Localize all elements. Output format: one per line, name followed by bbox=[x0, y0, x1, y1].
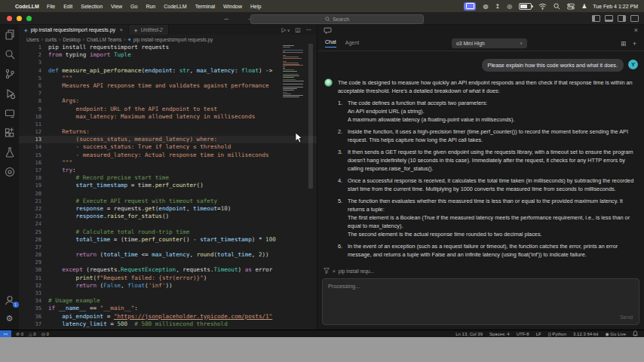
editor-actions: ▷ ∨ ◫ ⋯ bbox=[282, 24, 317, 35]
codellm-circle-icon[interactable] bbox=[4, 166, 16, 178]
test-beaker-icon[interactable] bbox=[4, 146, 16, 158]
minimap[interactable] bbox=[281, 44, 307, 98]
run-debug-icon[interactable] bbox=[4, 87, 16, 100]
breadcrumb[interactable]: Users›curtis›Desktop›ChatLLM Teams›◈pip … bbox=[19, 35, 317, 44]
status-item-spaces-4[interactable]: Spaces: 4 bbox=[489, 332, 510, 336]
code-text: Measures API response time and validates… bbox=[48, 82, 269, 90]
more-actions-icon[interactable]: ⋯ bbox=[306, 26, 312, 33]
status-item-utf-8[interactable]: UTF-8 bbox=[517, 332, 529, 336]
notifications-bell-icon[interactable] bbox=[633, 330, 638, 337]
line-number: 28 bbox=[19, 251, 48, 259]
remove-attachment-icon[interactable]: × bbox=[333, 268, 336, 274]
menu-item-selection[interactable]: Selection bbox=[81, 4, 103, 9]
chat-messages: Please explain how this code works and w… bbox=[317, 51, 644, 260]
minimap-line bbox=[283, 87, 303, 87]
status-item-3-12-3-64-bit[interactable]: 3.12.3 64-bit bbox=[573, 332, 598, 336]
status-item-python[interactable]: {} Python bbox=[548, 332, 566, 336]
search-icon[interactable] bbox=[4, 48, 16, 60]
menu-item-window[interactable]: Window bbox=[223, 4, 242, 9]
problem-count[interactable]: ⊘ 0 bbox=[16, 331, 23, 336]
assistant-list-item: 4.Once a successful response is received… bbox=[338, 176, 636, 193]
close-window-button[interactable] bbox=[7, 16, 12, 21]
remote-indicator[interactable]: >< bbox=[0, 330, 11, 337]
menu-item-go[interactable]: Go bbox=[130, 4, 137, 9]
files-icon[interactable] bbox=[4, 29, 16, 41]
extensions-icon[interactable] bbox=[4, 127, 16, 139]
breadcrumb-item-users[interactable]: Users bbox=[26, 37, 39, 42]
breadcrumb-item-pip-install-requestsimport-requests-py[interactable]: pip install requestsimport requests.py bbox=[133, 37, 213, 42]
battery-icon[interactable] bbox=[519, 2, 532, 11]
tab-untitled-2[interactable]: ◈ Untitled-2 bbox=[129, 24, 169, 35]
minimap-line bbox=[283, 63, 299, 63]
menu-item-terminal[interactable]: Terminal bbox=[195, 4, 215, 9]
attachment-chip[interactable]: × pip install requ... bbox=[324, 268, 374, 274]
model-selector[interactable]: o3 Mini High ∨ bbox=[452, 38, 527, 48]
toggle-panel-icon[interactable] bbox=[605, 15, 613, 22]
minimap-line bbox=[283, 71, 297, 72]
menu-app-name[interactable]: CodeLLM bbox=[15, 4, 39, 9]
tab-agent[interactable]: Agent bbox=[345, 40, 359, 48]
line-number: 15 bbox=[19, 152, 48, 159]
line-number: 13 bbox=[19, 136, 48, 143]
status-item-go-live[interactable]: ◉ Go Live bbox=[605, 331, 626, 336]
assistant-list-item: 3.It then sends a GET request to the giv… bbox=[338, 148, 636, 173]
code-line: 25 # Calculate total round-trip time bbox=[19, 229, 317, 236]
close-panel-icon[interactable]: × bbox=[634, 26, 638, 34]
toggle-sidebar-icon[interactable] bbox=[592, 15, 600, 22]
close-tab-icon[interactable]: × bbox=[120, 27, 123, 32]
line-number: 18 bbox=[19, 174, 48, 182]
screen-share-icon[interactable] bbox=[464, 2, 476, 11]
send-button[interactable]: Send bbox=[620, 314, 633, 321]
menu-item-codellm[interactable]: CodeLLM bbox=[164, 4, 186, 9]
account-icon[interactable]: 1 bbox=[4, 294, 16, 306]
menu-clock[interactable]: Tue Feb 4 1:22 PM bbox=[593, 4, 644, 9]
menu-item-edit[interactable]: Edit bbox=[63, 4, 72, 9]
menu-item-run[interactable]: Run bbox=[146, 4, 155, 9]
wifi-icon[interactable] bbox=[538, 2, 547, 11]
line-number: 1 bbox=[19, 44, 48, 51]
breadcrumb-item-chatllm-teams[interactable]: ChatLLM Teams bbox=[87, 37, 121, 42]
minimap-line bbox=[283, 52, 303, 53]
line-number: 11 bbox=[19, 121, 48, 128]
breadcrumb-item-curtis[interactable]: curtis bbox=[45, 37, 57, 42]
code-line: 13 (success_status, measured_latency) wh… bbox=[19, 136, 317, 143]
hotspot-icon[interactable]: ↥ bbox=[495, 2, 500, 11]
profile-icon[interactable]: ♟ bbox=[581, 2, 587, 11]
code-line: 17 try: bbox=[19, 167, 317, 174]
spotlight-icon[interactable] bbox=[554, 2, 560, 11]
code-line: 10 max_latency: Maximum allowed latency … bbox=[19, 113, 317, 121]
status-item-lf[interactable]: LF bbox=[536, 332, 541, 336]
run-button[interactable]: ▷ ∨ bbox=[282, 26, 290, 33]
control-center-icon[interactable] bbox=[567, 2, 575, 11]
customize-layout-icon[interactable] bbox=[630, 15, 639, 22]
code-line: 14 - success_status: True if latency ≤ t… bbox=[19, 143, 317, 151]
record-target-icon[interactable]: ◎ bbox=[507, 2, 512, 11]
code-line: 9 endpoint: URL of the API endpoint to t… bbox=[19, 106, 317, 113]
zoom-window-button[interactable] bbox=[26, 16, 32, 21]
split-editor-icon[interactable]: ◫ bbox=[295, 26, 300, 33]
editor-scrollbar[interactable] bbox=[308, 44, 313, 189]
code-text: Args: bbox=[48, 97, 79, 105]
tab-chat[interactable]: Chat bbox=[325, 39, 336, 48]
settings-gear-icon[interactable]: ⚙ bbox=[6, 314, 14, 324]
remote-window-icon[interactable] bbox=[4, 107, 16, 119]
problems-counts[interactable]: ⊘ 0△ 0◎ 0 bbox=[16, 331, 49, 336]
menu-item-file[interactable]: File bbox=[47, 4, 55, 9]
code-text: Returns: bbox=[48, 128, 90, 136]
command-search-box[interactable]: Search bbox=[250, 14, 424, 24]
new-chat-icon[interactable]: + bbox=[633, 40, 636, 48]
problem-count[interactable]: △ 0 bbox=[29, 331, 36, 336]
status-item-ln-13-col-39[interactable]: Ln 13, Col 39 bbox=[455, 332, 483, 336]
menu-item-help[interactable]: Help bbox=[250, 4, 261, 9]
breadcrumb-item-desktop[interactable]: Desktop bbox=[63, 37, 80, 42]
minimize-window-button[interactable] bbox=[17, 16, 22, 21]
problem-count[interactable]: ◎ 0 bbox=[41, 331, 49, 336]
source-control-icon[interactable] bbox=[4, 68, 16, 80]
tab-pip-install-requests[interactable]: ◈ pip install requestsimport requests.py… bbox=[19, 24, 129, 35]
code-editor[interactable]: 1pip install requestsimport requests2fro… bbox=[19, 44, 317, 330]
chat-input-box[interactable]: Processing... Send bbox=[322, 278, 639, 325]
swirl-app-icon[interactable]: ◍ bbox=[483, 2, 488, 11]
menu-item-view[interactable]: View bbox=[111, 4, 122, 9]
toggle-secondary-sidebar-icon[interactable] bbox=[618, 15, 626, 22]
history-grid-icon[interactable]: ⊞ bbox=[621, 40, 626, 48]
